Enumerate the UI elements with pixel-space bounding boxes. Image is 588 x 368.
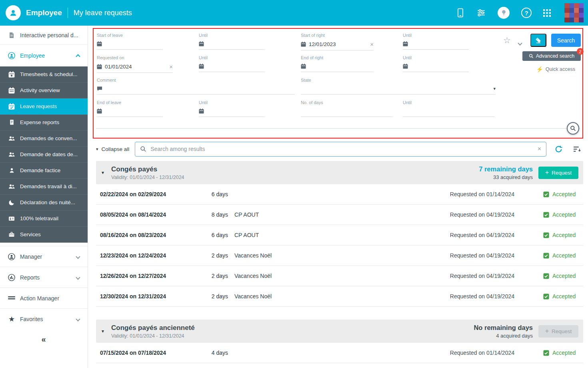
search-button[interactable]: Search [551, 34, 581, 47]
check-square-icon [543, 232, 549, 238]
date-field[interactable] [97, 41, 163, 50]
clear-icon[interactable]: × [370, 41, 374, 47]
magnifier-icon [529, 54, 534, 58]
group-collapse-caret-icon[interactable]: ▾ [102, 170, 111, 175]
moon-icon [8, 199, 15, 206]
sidebar-item-activity-overview[interactable]: Activity overview [0, 82, 88, 99]
results-search-input[interactable] [150, 146, 533, 152]
request-button-disabled[interactable]: + Request [538, 325, 578, 338]
calendar-check-icon [8, 103, 15, 110]
leave-row[interactable]: 12/26/2024 on 12/27/2024 2 days Vacances… [96, 266, 583, 286]
sidebar-item-teletravail[interactable]: 100% teletravail [0, 211, 88, 227]
date-field[interactable]: 12/01/2023 × [301, 41, 374, 50]
calendar-icon [199, 64, 204, 69]
status-badge: Accepted [519, 191, 579, 197]
sidebar-item-declaration-nuitees[interactable]: Déclaration des nuité... [0, 195, 88, 211]
person-icon [8, 167, 15, 174]
sort-button[interactable] [570, 145, 583, 153]
clear-filters-button[interactable] [530, 34, 546, 47]
sidebar: Interactive personal d... Employee Times… [0, 26, 88, 368]
sidebar-item-label: Leave requests [20, 103, 57, 109]
leave-row[interactable]: 12/23/2024 on 12/24/2024 2 days Vacances… [96, 245, 583, 266]
select-field[interactable]: ▾ [301, 86, 496, 95]
clear-icon[interactable]: × [169, 64, 173, 70]
sidebar-item-demandes-travail[interactable]: Demandes travail à di... [0, 179, 88, 195]
help-icon[interactable]: ? [521, 8, 532, 18]
favorite-filter-star-icon[interactable]: ☆ [503, 36, 511, 44]
acquired-days: 33 acquired days [479, 174, 533, 180]
group-collapse-caret-icon[interactable]: ▾ [102, 328, 111, 334]
advanced-search-button[interactable]: Advanced search 2 [522, 51, 581, 61]
date-field[interactable] [199, 41, 265, 50]
sidebar-item-label: Favorites [20, 316, 43, 322]
expand-search-button[interactable] [567, 122, 579, 135]
date-field[interactable] [199, 64, 265, 72]
check-square-icon [543, 294, 549, 300]
settings-sliders-icon[interactable] [476, 8, 486, 17]
calendar-icon [199, 109, 204, 114]
sidebar-item-leave-requests[interactable]: Leave requests [0, 99, 88, 115]
sidebar-item-label: Demandes travail à di... [20, 183, 77, 189]
chevron-down-icon [76, 254, 80, 259]
filter-panel: Start of leave Until Start of right 12/0… [93, 28, 583, 139]
sidebar-item-employee[interactable]: Employee [0, 45, 88, 66]
apps-grid-icon[interactable] [543, 9, 551, 17]
date-field[interactable] [403, 41, 469, 50]
sidebar-item-reports[interactable]: Reports [0, 267, 88, 288]
chevron-down-icon[interactable] [518, 39, 522, 46]
remaining-days: No remaining days [474, 324, 533, 332]
collapse-all-button[interactable]: ▾ Collapse all [94, 146, 129, 152]
sidebar-item-interactive-personal-doc[interactable]: Interactive personal d... [0, 26, 88, 45]
clear-search-icon[interactable]: × [538, 146, 541, 152]
quick-access-button[interactable]: ⚡ Quick access [536, 66, 575, 72]
refresh-button[interactable] [552, 145, 565, 153]
sidebar-item-demande-factice[interactable]: Demande factice [0, 163, 88, 179]
status-badge: Accepted [519, 273, 579, 279]
sidebar-collapse-button[interactable]: « [0, 335, 88, 344]
page-title: My leave requests [74, 9, 132, 17]
date-field[interactable] [97, 109, 163, 117]
sidebar-item-demande-dates[interactable]: Demande de dates de... [0, 147, 88, 163]
user-avatar[interactable] [564, 3, 584, 22]
number-field[interactable] [403, 109, 495, 117]
filter-end-of-right: End of right [301, 55, 374, 72]
remaining-days: 7 remaining days [479, 165, 533, 173]
date-field[interactable] [199, 109, 265, 117]
sidebar-item-timesheets-schedules[interactable]: Timesheets & schedul... [0, 66, 88, 82]
leave-row[interactable]: 12/30/2024 on 12/31/2024 2 days Vacances… [96, 286, 583, 307]
date-field[interactable] [403, 64, 469, 72]
group-header: ▾ Congés payés Validity: 01/01/2024 - 12… [96, 161, 583, 184]
leave-row[interactable]: 08/05/2024 on 08/14/2024 8 days CP AOUT … [96, 205, 583, 225]
mobile-app-icon[interactable] [456, 8, 465, 18]
people-icon [8, 151, 15, 158]
sidebar-item-label: Manager [20, 253, 42, 260]
date-field[interactable] [301, 64, 374, 72]
leave-row[interactable]: 02/22/2024 on 02/29/2024 6 days Requeste… [96, 184, 583, 205]
date-field[interactable]: 01/01/2024 × [97, 64, 173, 73]
leave-row[interactable]: 07/15/2024 on 07/18/2024 4 days Requeste… [96, 343, 583, 363]
request-button[interactable]: + Request [538, 167, 578, 179]
results-toolbar: ▾ Collapse all × [94, 141, 583, 157]
group-title: Congés payés ancienneté [111, 324, 195, 332]
sidebar-item-label: Demande de dates de... [20, 151, 78, 157]
check-square-icon [543, 273, 549, 279]
lightbulb-icon[interactable] [498, 7, 510, 19]
list-icon [8, 295, 15, 302]
filter-comment: Comment [97, 78, 295, 95]
acquired-days: 4 acquired days [474, 333, 533, 339]
leave-row[interactable]: 08/16/2024 on 08/23/2024 6 days CP AOUT … [96, 225, 583, 245]
sidebar-item-label: Demande factice [20, 167, 60, 173]
results-search-box[interactable]: × [135, 142, 546, 157]
sidebar-item-expense-reports[interactable]: Expense reports [0, 115, 88, 131]
sidebar-item-services[interactable]: Services [0, 227, 88, 243]
number-field[interactable] [301, 109, 393, 117]
sidebar-item-manager[interactable]: Manager [0, 246, 88, 267]
sidebar-item-favorites[interactable]: ★ Favorites [0, 308, 88, 329]
calendar-icon [97, 64, 102, 69]
sidebar-item-label: Reports [20, 274, 40, 281]
sidebar-item-action-manager[interactable]: Action Manager [0, 288, 88, 308]
sidebar-item-demandes-convention[interactable]: Demandes de conven... [0, 131, 88, 147]
text-field[interactable] [97, 86, 295, 95]
people-icon [8, 183, 15, 190]
group-title: Congés payés [111, 165, 184, 173]
